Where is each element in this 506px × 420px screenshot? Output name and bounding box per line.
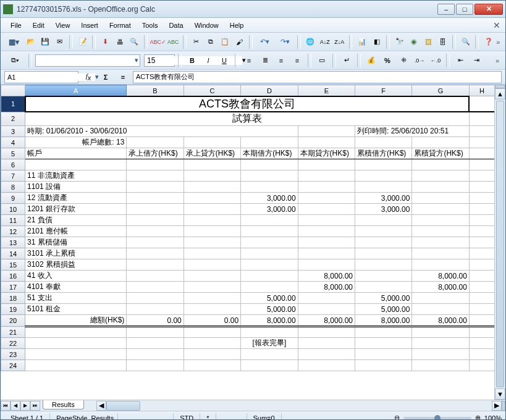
cell-F9[interactable]: 3,000.00 bbox=[355, 193, 412, 204]
cell-G5[interactable]: 累積貸方(HK$) bbox=[412, 148, 469, 159]
menu-insert[interactable]: Insert bbox=[76, 19, 103, 32]
cell-B5[interactable]: 承上借方(HK$) bbox=[127, 148, 183, 159]
cell-E3[interactable] bbox=[298, 126, 355, 137]
cell-H2[interactable] bbox=[469, 112, 494, 126]
cell-C20[interactable]: 0.00 bbox=[183, 315, 240, 327]
row-header-4[interactable]: 4 bbox=[1, 137, 25, 148]
cell-B16[interactable] bbox=[127, 271, 183, 282]
cell-G19[interactable] bbox=[412, 304, 469, 315]
open-button[interactable]: 📂 bbox=[24, 35, 37, 49]
cell-G14[interactable] bbox=[412, 248, 469, 259]
cell-H19[interactable] bbox=[469, 304, 494, 315]
row-header-15[interactable]: 15 bbox=[1, 259, 25, 271]
cell-C24[interactable] bbox=[183, 360, 240, 371]
cell-E23[interactable] bbox=[298, 349, 355, 360]
cell-H22[interactable] bbox=[469, 338, 494, 349]
cell-A7[interactable]: 11 非流動資產 bbox=[25, 170, 127, 182]
cell-A3[interactable]: 時期: 01/06/2010 - 30/06/2010 bbox=[25, 126, 298, 137]
align-center-button[interactable]: ≣ bbox=[258, 53, 272, 68]
underline-button[interactable]: U bbox=[217, 53, 232, 68]
cell-H23[interactable] bbox=[469, 349, 494, 360]
row-header-17[interactable]: 17 bbox=[1, 282, 25, 293]
cell-B6[interactable] bbox=[127, 159, 183, 170]
datasources-button[interactable]: 🗄 bbox=[436, 35, 449, 49]
cell-C12[interactable] bbox=[183, 226, 240, 237]
row-header-18[interactable]: 18 bbox=[1, 293, 25, 304]
cell-E8[interactable] bbox=[298, 182, 355, 193]
cell-H6[interactable] bbox=[469, 159, 494, 170]
italic-button[interactable]: I bbox=[201, 53, 216, 68]
cell-D17[interactable] bbox=[241, 282, 298, 293]
cell-E16[interactable]: 8,000.00 bbox=[298, 271, 355, 282]
cell-B8[interactable] bbox=[127, 182, 183, 193]
cell-C5[interactable]: 承上貸方(HK$) bbox=[183, 148, 240, 159]
cell-E13[interactable] bbox=[298, 237, 355, 248]
status-mode[interactable]: STD bbox=[174, 413, 200, 421]
format-paint-button[interactable]: 🖌 bbox=[233, 35, 246, 49]
scroll-up-icon[interactable]: ▲ bbox=[495, 88, 505, 99]
cell-H9[interactable] bbox=[469, 193, 494, 204]
cell-G16[interactable]: 8,000.00 bbox=[412, 271, 469, 282]
email-button[interactable]: ✉ bbox=[53, 35, 66, 49]
percent-button[interactable]: % bbox=[380, 53, 395, 68]
cell-G9[interactable] bbox=[412, 193, 469, 204]
cell-G7[interactable] bbox=[412, 170, 469, 182]
cell-H18[interactable] bbox=[469, 293, 494, 304]
menu-data[interactable]: Data bbox=[164, 19, 188, 32]
formula-input[interactable] bbox=[133, 74, 501, 81]
cell-E21[interactable] bbox=[298, 327, 355, 338]
cell-C14[interactable] bbox=[183, 248, 240, 259]
row-header-11[interactable]: 11 bbox=[1, 215, 25, 226]
cell-G13[interactable] bbox=[412, 237, 469, 248]
row-header-5[interactable]: 5 bbox=[1, 148, 25, 159]
cell-B11[interactable] bbox=[127, 215, 183, 226]
col-header-E[interactable]: E bbox=[298, 85, 355, 96]
status-sum[interactable]: Sum=0 bbox=[247, 413, 282, 421]
cell-C9[interactable] bbox=[183, 193, 240, 204]
tab-last-icon[interactable]: ⏭ bbox=[30, 401, 40, 411]
find-button[interactable]: 🔭 bbox=[393, 35, 406, 49]
sheet-tab-results[interactable]: Results bbox=[43, 400, 84, 410]
cell-H15[interactable] bbox=[469, 259, 494, 271]
cell-E9[interactable] bbox=[298, 193, 355, 204]
edit-file-button[interactable]: 📝 bbox=[76, 35, 89, 49]
cell-D6[interactable] bbox=[241, 159, 298, 170]
cell-F23[interactable] bbox=[355, 349, 412, 360]
row-header-8[interactable]: 8 bbox=[1, 182, 25, 193]
row-header-24[interactable]: 24 bbox=[1, 360, 25, 371]
cell-D8[interactable] bbox=[241, 182, 298, 193]
cell-G24[interactable] bbox=[412, 360, 469, 371]
cell-D23[interactable] bbox=[241, 349, 298, 360]
vertical-scrollbar[interactable]: ▲ ▼ bbox=[494, 85, 505, 400]
scroll-left-icon[interactable]: ◀ bbox=[96, 401, 106, 411]
row-header-22[interactable]: 22 bbox=[1, 338, 25, 349]
cell-A21[interactable] bbox=[25, 327, 127, 338]
cell-F11[interactable] bbox=[355, 215, 412, 226]
menu-edit[interactable]: Edit bbox=[28, 19, 49, 32]
cell-H7[interactable] bbox=[469, 170, 494, 182]
cell-C7[interactable] bbox=[183, 170, 240, 182]
cell-A23[interactable] bbox=[25, 349, 127, 360]
zoom-in-icon[interactable]: ⊕ bbox=[475, 414, 481, 420]
row-header-19[interactable]: 19 bbox=[1, 304, 25, 315]
cell-E12[interactable] bbox=[298, 226, 355, 237]
cell-A1[interactable]: ACTS教會有限公司 bbox=[25, 96, 470, 112]
cell-G15[interactable] bbox=[412, 259, 469, 271]
col-header-D[interactable]: D bbox=[241, 85, 298, 96]
row-header-3[interactable]: 3 bbox=[1, 126, 25, 137]
decrease-indent-button[interactable]: ⇤ bbox=[453, 53, 468, 68]
print-button[interactable]: 🖶 bbox=[113, 35, 126, 49]
cell-D16[interactable] bbox=[241, 271, 298, 282]
font-name-input[interactable] bbox=[36, 56, 133, 65]
cell-G12[interactable] bbox=[412, 226, 469, 237]
cell-F7[interactable] bbox=[355, 170, 412, 182]
cell-A5[interactable]: 帳戶 bbox=[25, 148, 127, 159]
cell-H4[interactable] bbox=[469, 137, 494, 148]
cell-A4[interactable]: 帳戶總數: 13 bbox=[25, 137, 127, 148]
doc-close-icon[interactable]: ✕ bbox=[493, 20, 500, 30]
tab-prev-icon[interactable]: ◀ bbox=[11, 401, 20, 411]
preview-button[interactable]: 🔍 bbox=[128, 35, 141, 49]
cell-D10[interactable]: 3,000.00 bbox=[241, 204, 298, 215]
cell-A19[interactable]: 5101 租金 bbox=[25, 304, 127, 315]
cell-E24[interactable] bbox=[298, 360, 355, 371]
